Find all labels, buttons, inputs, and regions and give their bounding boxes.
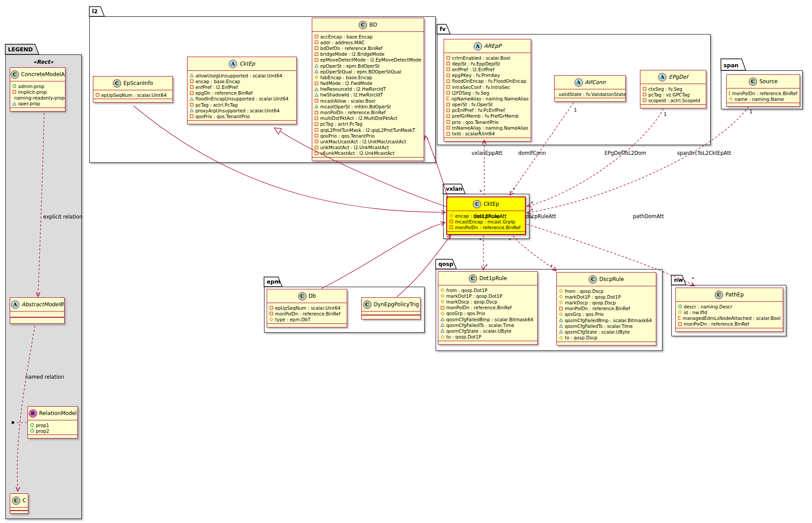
relation-label-dscp-rule-att: dscpRuleAtt [526,213,556,219]
admin-prop-icon [678,304,682,308]
attribute-text: accEncap : base.Encap [320,34,373,39]
naming-prop-icon [559,336,563,340]
implicit-prop-icon [96,93,100,97]
attribute-row: monPolDn : reference.BinRef [559,306,654,311]
attribute-row: pcEnfPref : fv.PcEnfPref [446,108,529,113]
attribute-row: l2FDSeg : fv.Seg [446,90,529,96]
attribute-row: pcTag : actrl.PcTag [314,121,421,127]
implicit-prop-icon [190,103,194,107]
class-dscp-rule: CDscpRulefrom : qosp.DscpmarkDot1P : qos… [556,272,656,346]
attribute-row: proxyArpUnsupported : scalar.Uint64 [190,108,294,113]
implicit-prop-icon [446,108,450,112]
attribute-row: epgDn : reference.BinRef [190,90,294,96]
package-label-nw: nw [674,277,683,283]
class-title-vxlan-ckt-ep: CCktEp [447,197,525,211]
attribute-text: prop2 [36,428,49,434]
class-spot-icon: C [11,70,19,79]
attribute-row: descr : naming.Descr [678,304,781,309]
class-path-ep: CPathEpdescr : naming.Descrid : nw.IfIdm… [675,288,783,332]
class-name: DynEpgPolicyTrig [374,301,419,308]
attribute-row: name : naming.Name [729,96,797,102]
class-title-l2-ckt-ep: ACktEp [188,57,296,71]
attribute-row: prefGrMemb : fv.PrefGrMemb [446,113,529,119]
multiplicity-label: * [531,200,533,206]
attribute-row: qosPrio : qos.TenantPrio [190,113,294,119]
class-title-epgdef: AEPgDef [640,70,706,84]
attributes-compartment: epUpSeqNum : scalar.Uint64monPolDn : ref… [267,303,347,323]
attribute-text: mcastAllow : scalar.Bool [320,98,375,104]
class-name: DscpRule [599,276,624,282]
admin-prop-icon [30,429,34,433]
attribute-text: encap : base.Encap [195,79,240,84]
attribute-text: pcTag : actrl.PcTag [320,121,362,127]
oper-prop-icon [314,69,318,73]
attribute-text: monPolDn : reference.BinRef [565,306,630,311]
attribute-row: epMoveDetectMode : l2.EpMoveDetectMode [314,57,421,63]
attribute-text: unkMcastAct : l2.UnkMcastAct [320,145,389,150]
package-label-l2: l2 [92,8,98,15]
empty-compartment [676,328,783,331]
implicit-prop-icon [643,87,647,91]
attributes-compartment: crtrnEnabled : scalar.BooldeplSt : fv.Ep… [444,53,531,138]
attribute-row: floodOnEncap : fv.FloodOnEncap [446,78,529,84]
attribute-row: admin-prop [12,83,63,89]
attribute-row: to : qosp.Dscp [559,335,654,341]
attribute-row: v6unkMcastAct : l2.UnkMcastAct [314,150,421,156]
implicit-prop-icon [314,139,318,143]
implicit-prop-icon [12,90,16,94]
attribute-row: monPolDn : reference.BinRef [269,311,345,316]
naming-prop-icon [559,312,563,316]
implicit-prop-icon [446,56,450,60]
multiplicity-label: * [692,276,694,282]
attribute-text: unkMacUcastAct : l2.UnkMacUcastAct [320,139,406,144]
package-label-vxlan: vxlan [446,185,463,192]
attribute-text: type : epm.DbT [275,317,310,322]
class-name: ConcreteModelA [21,71,65,77]
naming-prop-icon [729,97,733,101]
attribute-row: enfPref : l2.EnfPref [190,84,294,90]
attribute-row: prop1 [30,422,75,428]
package-label-qosp: qosp [438,261,453,267]
attributes-compartment: admin-propimplicit-propnaming-readonly-p… [10,81,65,108]
attribute-text: monPolDn : reference.BinRef [320,110,386,115]
implicit-prop-icon [314,81,318,85]
oper-prop-icon [190,108,194,112]
class-spot-icon: C [113,79,121,88]
naming-prop-icon [440,311,444,315]
attribute-row: qosmCfgFailedBmp : scalar.Bitmask64 [440,316,535,322]
naming-prop-icon [314,75,318,79]
class-spot-icon: C [363,300,372,309]
attribute-text: allowUsegUnsupported : scalar.Uint64 [195,73,282,78]
relation-label-dom-if-conn: domIfConn [518,150,546,156]
naming-prop-icon [440,288,444,292]
attribute-row: hwResourceId : l2.HwRsrcIdT [314,86,421,92]
class-relation-model: RRelationModelprop1prop2 [27,406,78,438]
attribute-text: markDot1P : qosp.Dot1P [565,294,621,300]
package-tab-l2 [89,7,104,16]
attribute-row: fwdMode : l2.FwdMode [314,81,421,86]
attribute-text: hwResourceId : l2.HwRsrcIdT [320,86,386,92]
attribute-row: epgPKey : fv.PrimKey [446,73,529,78]
implicit-prop-icon [314,111,318,115]
empty-compartment [557,342,656,345]
attributes-compartment: epUpSeqNum : scalar.Uint64 [93,90,172,99]
empty-compartment [188,120,296,124]
class-spot-icon: C [359,21,367,29]
attribute-text: admin-prop [18,84,44,89]
attribute-text: pcTag : actrl.PcTag [195,102,237,108]
implicit-prop-icon [314,146,318,150]
oper-prop-icon [314,64,318,68]
abstract-spot-icon: A [658,73,666,81]
attributes-compartment: from : qosp.Dot1PmarkDot1P : qosp.Dot1Pm… [438,285,537,341]
class-title-dscp-rule: CDscpRule [557,273,656,286]
package-label-fv: fv [440,26,446,32]
attribute-text: prio : qos.TenantPrio [452,119,498,125]
empty-compartment [10,508,28,511]
attribute-row: id : nw.IfId [678,309,781,315]
implicit-prop-icon [314,99,318,103]
attribute-text: markDscp : qosp.Dscp [446,299,498,304]
attribute-row: epUpSeqNum : scalar.Uint64 [269,305,345,311]
attribute-row: qosmCfgFailedTs : scalar.Time [559,323,654,329]
class-name: EPgDef [669,74,688,80]
implicit-prop-icon [729,91,730,95]
